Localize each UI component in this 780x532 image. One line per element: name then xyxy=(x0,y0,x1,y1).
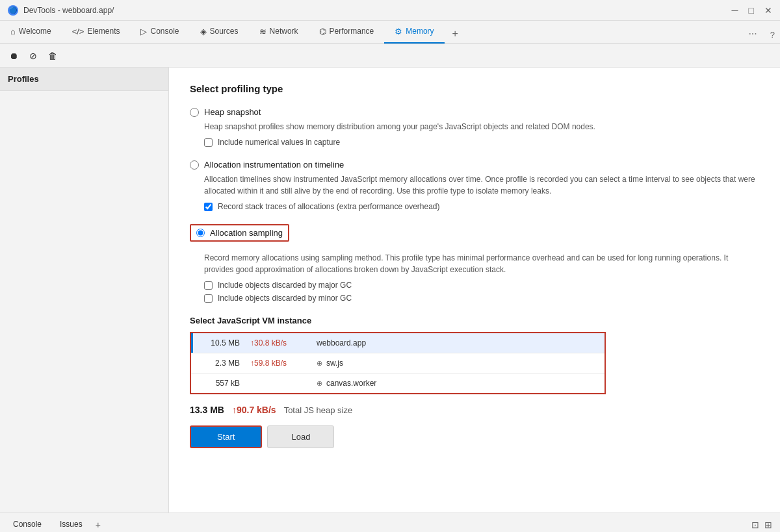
minor-gc-label[interactable]: Include objects discarded by minor GC xyxy=(218,294,352,303)
vm-size: 10.5 MB xyxy=(193,333,245,353)
profiles-heading: Profiles xyxy=(0,68,168,91)
bottom-tab-console[interactable]: Console xyxy=(8,517,47,533)
title-bar-controls: ─ □ ✕ xyxy=(732,5,772,16)
title-bar: 🔵 DevTools - webboard.app/ ─ □ ✕ xyxy=(0,0,780,21)
app-icon: 🔵 xyxy=(8,5,18,16)
toolbar: ⏺ ⊘ 🗑 xyxy=(0,44,780,68)
heap-snapshot-desc: Heap snapshot profiles show memory distr… xyxy=(204,121,759,133)
heap-snapshot-group: Heap snapshot Heap snapshot profiles sho… xyxy=(190,107,759,147)
tab-performance[interactable]: ⌬ Performance xyxy=(309,20,385,44)
allocation-instrumentation-group: Allocation instrumentation on timeline A… xyxy=(190,160,759,211)
vm-rate xyxy=(245,378,310,388)
performance-icon: ⌬ xyxy=(319,27,326,36)
action-buttons: Start Load xyxy=(190,425,759,448)
minimize-button[interactable]: ─ xyxy=(732,5,738,16)
dock-icon[interactable]: ⊡ xyxy=(751,520,759,530)
stop-button[interactable]: ⊘ xyxy=(25,47,42,64)
network-icon: ≋ xyxy=(259,27,266,36)
circle-icon: ⊕ xyxy=(317,379,322,388)
numerical-label[interactable]: Include numerical values in capture xyxy=(218,138,340,147)
vm-section-title: Select JavaScript VM instance xyxy=(190,316,759,325)
allocation-instrumentation-radio[interactable] xyxy=(190,160,199,170)
home-icon: ⌂ xyxy=(10,27,16,36)
allocation-sampling-highlight: Allocation sampling xyxy=(190,224,289,242)
tab-memory[interactable]: ⚙ Memory xyxy=(384,20,444,44)
allocation-sampling-group: Allocation sampling Record memory alloca… xyxy=(190,224,759,303)
vm-rate: ↑30.8 kB/s xyxy=(245,333,310,353)
settings-icon[interactable]: ⊞ xyxy=(764,520,772,530)
page-title: Select profiling type xyxy=(190,83,759,94)
minor-gc-row: Include objects discarded by minor GC xyxy=(204,294,759,303)
bottom-tab-issues[interactable]: Issues xyxy=(55,517,88,533)
close-button[interactable]: ✕ xyxy=(764,5,772,16)
start-button[interactable]: Start xyxy=(190,425,262,448)
maximize-button[interactable]: □ xyxy=(749,5,754,16)
allocation-instrumentation-desc: Allocation timelines show instrumented J… xyxy=(204,173,759,197)
circle-icon: ⊕ xyxy=(317,359,322,368)
help-button[interactable]: ? xyxy=(765,26,780,44)
heap-snapshot-radio[interactable] xyxy=(190,108,199,117)
vm-table: 10.5 MB ↑30.8 kB/s webboard.app 2.3 MB ↑… xyxy=(190,332,606,394)
stack-traces-row: Record stack traces of allocations (extr… xyxy=(204,202,759,211)
load-button[interactable]: Load xyxy=(267,425,334,448)
vm-name: ⊕ sw.js xyxy=(310,353,604,373)
include-numerical-row: Include numerical values in capture xyxy=(204,138,759,147)
minor-gc-checkbox[interactable] xyxy=(204,294,213,303)
vm-rate: ↑59.8 kB/s xyxy=(245,353,310,373)
sources-icon: ◈ xyxy=(200,27,207,36)
heap-total-row: 13.3 MB ↑90.7 kB/s Total JS heap size xyxy=(190,405,759,415)
heap-total-rate: ↑90.7 kB/s xyxy=(232,405,276,415)
allocation-instrumentation-label[interactable]: Allocation instrumentation on timeline xyxy=(204,160,344,170)
allocation-sampling-radio[interactable] xyxy=(196,229,205,237)
bottom-icons: ⊡ ⊞ xyxy=(751,520,772,530)
tab-sources[interactable]: ◈ Sources xyxy=(190,20,249,44)
tab-network[interactable]: ≋ Network xyxy=(249,20,309,44)
vm-size: 2.3 MB xyxy=(193,353,245,373)
allocation-sampling-desc: Record memory allocations using sampling… xyxy=(204,252,759,275)
major-gc-checkbox[interactable] xyxy=(204,281,213,290)
record-button[interactable]: ⏺ xyxy=(5,47,22,64)
vm-row[interactable]: 557 kB ⊕ canvas.worker xyxy=(191,374,604,393)
add-tab-button[interactable]: + xyxy=(445,24,466,44)
major-gc-row: Include objects discarded by major GC xyxy=(204,281,759,290)
vm-name: ⊕ canvas.worker xyxy=(310,374,604,393)
stop-icon: ⊘ xyxy=(29,51,37,61)
heap-total-label: Total JS heap size xyxy=(284,405,353,415)
tab-welcome[interactable]: ⌂ Welcome xyxy=(0,20,62,44)
vm-size: 557 kB xyxy=(193,374,245,393)
allocation-instrumentation-radio-row: Allocation instrumentation on timeline xyxy=(190,160,759,170)
vm-name: webboard.app xyxy=(310,333,604,353)
sidebar: Profiles xyxy=(0,68,169,513)
vm-row[interactable]: 10.5 MB ↑30.8 kB/s webboard.app xyxy=(191,333,604,353)
tab-elements[interactable]: </> Elements xyxy=(62,20,131,44)
add-bottom-tab-button[interactable]: + xyxy=(96,520,101,530)
stack-traces-checkbox[interactable] xyxy=(204,203,213,211)
tab-bar: ⌂ Welcome </> Elements ▷ Console ◈ Sourc… xyxy=(0,21,780,44)
bottom-bar: Console Issues + ⊡ ⊞ xyxy=(0,513,780,532)
tab-console[interactable]: ▷ Console xyxy=(130,20,189,44)
trash-icon: 🗑 xyxy=(48,51,57,61)
title-bar-text: DevTools - webboard.app/ xyxy=(23,6,727,15)
stack-traces-label[interactable]: Record stack traces of allocations (extr… xyxy=(218,202,440,211)
heap-snapshot-label[interactable]: Heap snapshot xyxy=(204,107,261,117)
heap-snapshot-radio-row: Heap snapshot xyxy=(190,107,759,117)
allocation-sampling-label[interactable]: Allocation sampling xyxy=(210,228,283,238)
record-icon: ⏺ xyxy=(9,51,18,61)
clear-button[interactable]: 🗑 xyxy=(44,47,61,64)
content-area: Select profiling type Heap snapshot Heap… xyxy=(169,68,780,513)
heap-total-size: 13.3 MB xyxy=(190,405,224,415)
main-layout: Profiles Select profiling type Heap snap… xyxy=(0,68,780,513)
major-gc-label[interactable]: Include objects discarded by major GC xyxy=(218,281,352,290)
more-tabs-button[interactable]: ··· xyxy=(740,24,764,44)
console-icon: ▷ xyxy=(140,27,147,36)
elements-icon: </> xyxy=(72,27,84,36)
numerical-checkbox[interactable] xyxy=(204,138,213,147)
memory-icon: ⚙ xyxy=(395,27,402,36)
vm-row[interactable]: 2.3 MB ↑59.8 kB/s ⊕ sw.js xyxy=(191,353,604,374)
